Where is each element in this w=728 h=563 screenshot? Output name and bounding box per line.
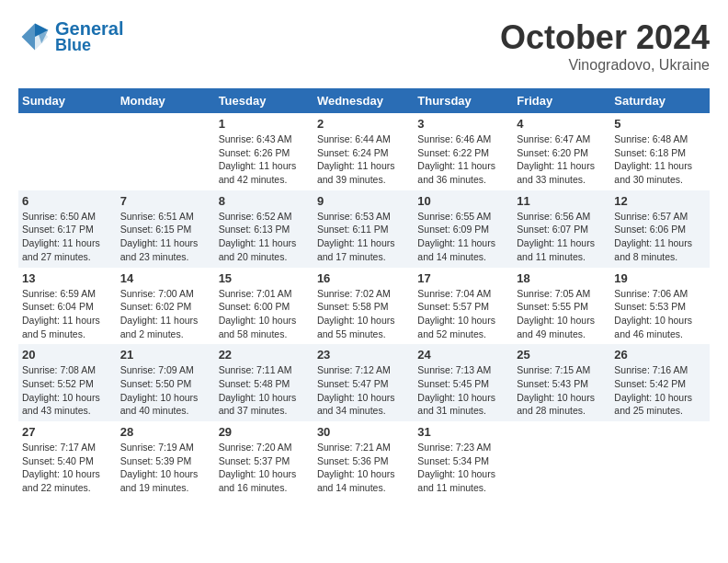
day-info: Sunrise: 6:55 AM Sunset: 6:09 PM Dayligh… [417, 210, 509, 264]
logo-icon [18, 20, 51, 53]
day-cell: 16Sunrise: 7:02 AM Sunset: 5:58 PM Dayli… [313, 268, 414, 345]
day-number: 24 [417, 348, 509, 362]
day-info: Sunrise: 7:01 AM Sunset: 6:00 PM Dayligh… [219, 287, 310, 341]
day-number: 25 [517, 348, 607, 362]
header-cell-wednesday: Wednesday [313, 88, 414, 113]
day-cell: 1Sunrise: 6:43 AM Sunset: 6:26 PM Daylig… [215, 113, 313, 190]
header-cell-monday: Monday [117, 88, 215, 113]
day-cell [513, 421, 610, 499]
day-number: 18 [517, 271, 607, 285]
day-number: 28 [120, 425, 211, 439]
day-cell: 24Sunrise: 7:13 AM Sunset: 5:45 PM Dayli… [414, 344, 513, 421]
day-number: 29 [219, 425, 310, 439]
day-cell: 13Sunrise: 6:59 AM Sunset: 6:04 PM Dayli… [18, 268, 117, 345]
day-number: 11 [517, 194, 607, 208]
day-info: Sunrise: 6:56 AM Sunset: 6:07 PM Dayligh… [517, 210, 607, 264]
header-cell-saturday: Saturday [610, 88, 710, 113]
day-info: Sunrise: 6:52 AM Sunset: 6:13 PM Dayligh… [219, 210, 310, 264]
calendar-table: SundayMondayTuesdayWednesdayThursdayFrid… [18, 88, 710, 499]
calendar-header: SundayMondayTuesdayWednesdayThursdayFrid… [18, 88, 710, 113]
day-cell: 28Sunrise: 7:19 AM Sunset: 5:39 PM Dayli… [117, 421, 215, 499]
day-number: 16 [317, 271, 410, 285]
day-info: Sunrise: 6:51 AM Sunset: 6:15 PM Dayligh… [120, 210, 211, 264]
day-number: 17 [417, 271, 509, 285]
day-number: 21 [120, 348, 211, 362]
day-info: Sunrise: 6:53 AM Sunset: 6:11 PM Dayligh… [317, 210, 410, 264]
day-cell: 6Sunrise: 6:50 AM Sunset: 6:17 PM Daylig… [18, 190, 117, 268]
day-cell: 22Sunrise: 7:11 AM Sunset: 5:48 PM Dayli… [215, 344, 313, 421]
day-number: 3 [417, 117, 509, 131]
day-number: 19 [614, 271, 706, 285]
day-info: Sunrise: 6:59 AM Sunset: 6:04 PM Dayligh… [22, 287, 113, 341]
day-cell: 5Sunrise: 6:48 AM Sunset: 6:18 PM Daylig… [610, 113, 710, 190]
day-cell: 27Sunrise: 7:17 AM Sunset: 5:40 PM Dayli… [18, 421, 117, 499]
day-info: Sunrise: 7:15 AM Sunset: 5:43 PM Dayligh… [517, 363, 607, 418]
day-number: 20 [22, 348, 113, 362]
day-cell: 12Sunrise: 6:57 AM Sunset: 6:06 PM Dayli… [610, 190, 710, 268]
day-info: Sunrise: 7:16 AM Sunset: 5:42 PM Dayligh… [614, 363, 706, 418]
day-info: Sunrise: 7:04 AM Sunset: 5:57 PM Dayligh… [417, 287, 509, 341]
day-info: Sunrise: 7:19 AM Sunset: 5:39 PM Dayligh… [120, 441, 211, 495]
day-info: Sunrise: 7:08 AM Sunset: 5:52 PM Dayligh… [22, 363, 113, 418]
day-info: Sunrise: 6:46 AM Sunset: 6:22 PM Dayligh… [417, 132, 509, 187]
day-info: Sunrise: 7:00 AM Sunset: 6:02 PM Dayligh… [120, 287, 211, 341]
day-number: 8 [219, 194, 310, 208]
day-number: 5 [614, 117, 706, 131]
week-row-4: 27Sunrise: 7:17 AM Sunset: 5:40 PM Dayli… [18, 421, 710, 499]
day-cell [610, 421, 710, 499]
header-cell-thursday: Thursday [414, 88, 513, 113]
day-number: 15 [219, 271, 310, 285]
day-number: 12 [614, 194, 706, 208]
day-info: Sunrise: 7:06 AM Sunset: 5:53 PM Dayligh… [614, 287, 706, 341]
day-cell: 23Sunrise: 7:12 AM Sunset: 5:47 PM Dayli… [313, 344, 414, 421]
day-cell: 20Sunrise: 7:08 AM Sunset: 5:52 PM Dayli… [18, 344, 117, 421]
day-info: Sunrise: 6:47 AM Sunset: 6:20 PM Dayligh… [517, 132, 607, 187]
day-cell: 21Sunrise: 7:09 AM Sunset: 5:50 PM Dayli… [117, 344, 215, 421]
location-subtitle: Vinogradovo, Ukraine [500, 57, 710, 74]
page-header: General Blue October 2024 Vinogradovo, U… [18, 18, 710, 74]
day-number: 27 [22, 425, 113, 439]
day-cell [117, 113, 215, 190]
day-number: 4 [517, 117, 607, 131]
day-info: Sunrise: 6:43 AM Sunset: 6:26 PM Dayligh… [219, 132, 310, 187]
day-number: 13 [22, 271, 113, 285]
day-cell: 7Sunrise: 6:51 AM Sunset: 6:15 PM Daylig… [117, 190, 215, 268]
day-cell: 9Sunrise: 6:53 AM Sunset: 6:11 PM Daylig… [313, 190, 414, 268]
day-cell: 31Sunrise: 7:23 AM Sunset: 5:34 PM Dayli… [414, 421, 513, 499]
day-cell: 30Sunrise: 7:21 AM Sunset: 5:36 PM Dayli… [313, 421, 414, 499]
week-row-1: 6Sunrise: 6:50 AM Sunset: 6:17 PM Daylig… [18, 190, 710, 268]
day-cell: 25Sunrise: 7:15 AM Sunset: 5:43 PM Dayli… [513, 344, 610, 421]
calendar-body: 1Sunrise: 6:43 AM Sunset: 6:26 PM Daylig… [18, 113, 710, 499]
day-cell: 14Sunrise: 7:00 AM Sunset: 6:02 PM Dayli… [117, 268, 215, 345]
day-number: 14 [120, 271, 211, 285]
day-info: Sunrise: 7:17 AM Sunset: 5:40 PM Dayligh… [22, 441, 113, 495]
day-cell: 15Sunrise: 7:01 AM Sunset: 6:00 PM Dayli… [215, 268, 313, 345]
header-row: SundayMondayTuesdayWednesdayThursdayFrid… [18, 88, 710, 113]
day-cell: 4Sunrise: 6:47 AM Sunset: 6:20 PM Daylig… [513, 113, 610, 190]
day-cell: 17Sunrise: 7:04 AM Sunset: 5:57 PM Dayli… [414, 268, 513, 345]
day-info: Sunrise: 7:09 AM Sunset: 5:50 PM Dayligh… [120, 363, 211, 418]
day-number: 6 [22, 194, 113, 208]
day-info: Sunrise: 7:02 AM Sunset: 5:58 PM Dayligh… [317, 287, 410, 341]
day-info: Sunrise: 7:21 AM Sunset: 5:36 PM Dayligh… [317, 441, 410, 495]
day-number: 10 [417, 194, 509, 208]
header-cell-tuesday: Tuesday [215, 88, 313, 113]
week-row-0: 1Sunrise: 6:43 AM Sunset: 6:26 PM Daylig… [18, 113, 710, 190]
header-cell-sunday: Sunday [18, 88, 117, 113]
day-info: Sunrise: 7:12 AM Sunset: 5:47 PM Dayligh… [317, 363, 410, 418]
week-row-3: 20Sunrise: 7:08 AM Sunset: 5:52 PM Dayli… [18, 344, 710, 421]
day-cell: 19Sunrise: 7:06 AM Sunset: 5:53 PM Dayli… [610, 268, 710, 345]
day-info: Sunrise: 7:11 AM Sunset: 5:48 PM Dayligh… [219, 363, 310, 418]
header-cell-friday: Friday [513, 88, 610, 113]
day-cell [18, 113, 117, 190]
day-info: Sunrise: 6:50 AM Sunset: 6:17 PM Dayligh… [22, 210, 113, 264]
day-cell: 26Sunrise: 7:16 AM Sunset: 5:42 PM Dayli… [610, 344, 710, 421]
day-number: 22 [219, 348, 310, 362]
day-number: 7 [120, 194, 211, 208]
day-cell: 11Sunrise: 6:56 AM Sunset: 6:07 PM Dayli… [513, 190, 610, 268]
day-info: Sunrise: 6:57 AM Sunset: 6:06 PM Dayligh… [614, 210, 706, 264]
day-number: 26 [614, 348, 706, 362]
day-info: Sunrise: 7:05 AM Sunset: 5:55 PM Dayligh… [517, 287, 607, 341]
week-row-2: 13Sunrise: 6:59 AM Sunset: 6:04 PM Dayli… [18, 268, 710, 345]
day-number: 30 [317, 425, 410, 439]
